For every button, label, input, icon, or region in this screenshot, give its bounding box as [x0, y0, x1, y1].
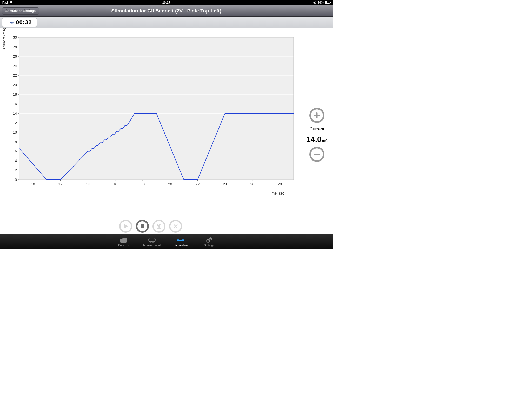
orientation-lock-icon: [313, 1, 316, 5]
page-title: Stimulation for Gil Bennett (2V - Plate …: [0, 8, 332, 14]
svg-text:26: 26: [250, 182, 255, 186]
save-button[interactable]: [152, 220, 165, 233]
svg-text:26: 26: [13, 54, 17, 58]
cancel-button[interactable]: [169, 220, 182, 233]
sub-bar: Time 00:32: [0, 17, 332, 28]
svg-text:12: 12: [13, 121, 17, 125]
svg-text:8: 8: [15, 140, 17, 144]
tab-bar: Patients Measurement Stimulation Setting…: [0, 234, 332, 249]
svg-text:18: 18: [141, 182, 145, 186]
timer-value: 00:32: [16, 19, 32, 26]
svg-text:18: 18: [13, 92, 17, 96]
svg-text:22: 22: [13, 73, 17, 77]
svg-text:28: 28: [278, 182, 282, 186]
svg-text:24: 24: [223, 182, 227, 186]
y-axis-label: Current (mA): [2, 28, 6, 49]
svg-line-97: [207, 239, 207, 240]
chart-container: Current (mA) 024681012141618202224262830…: [0, 28, 301, 234]
svg-rect-4: [19, 37, 294, 180]
svg-rect-88: [178, 240, 183, 241]
tab-label: Settings: [204, 244, 214, 247]
svg-text:10: 10: [13, 130, 17, 134]
svg-text:20: 20: [13, 83, 17, 87]
svg-text:2: 2: [15, 168, 17, 172]
svg-text:28: 28: [13, 45, 17, 49]
wifi-icon: [9, 1, 13, 4]
svg-text:4: 4: [15, 159, 17, 163]
svg-text:12: 12: [58, 182, 63, 186]
svg-line-99: [207, 242, 207, 242]
tab-label: Measurement: [143, 244, 161, 247]
decrease-current-button[interactable]: [309, 147, 324, 162]
nav-bar: Stimulation Settings Stimulation for Gil…: [0, 5, 332, 17]
svg-text:20: 20: [168, 182, 172, 186]
play-button[interactable]: [119, 220, 132, 233]
tab-settings[interactable]: Settings: [195, 234, 223, 249]
transport-controls: [0, 220, 301, 233]
svg-text:0: 0: [15, 178, 17, 182]
battery-icon: [325, 1, 331, 4]
current-label: Current: [310, 127, 324, 132]
tab-label: Stimulation: [174, 244, 188, 247]
svg-text:14: 14: [13, 111, 17, 115]
svg-text:30: 30: [13, 36, 17, 39]
stop-button[interactable]: [136, 220, 149, 233]
tab-measurement[interactable]: Measurement: [138, 234, 166, 249]
main-area: Current (mA) 024681012141618202224262830…: [0, 28, 332, 234]
current-value: 14.0: [306, 135, 321, 143]
svg-text:16: 16: [113, 182, 117, 186]
svg-text:14: 14: [86, 182, 90, 186]
svg-rect-76: [141, 224, 144, 228]
status-time: 10:17: [162, 1, 170, 4]
carrier-label: iPad: [2, 1, 8, 4]
current-value-row: 14.0mA: [306, 135, 327, 143]
svg-marker-75: [124, 224, 128, 228]
side-controls: Current 14.0mA: [301, 28, 332, 234]
battery-pct: 46%: [317, 1, 324, 4]
svg-line-98: [209, 242, 210, 242]
svg-text:10: 10: [31, 182, 35, 186]
timer-label: Time: [7, 21, 14, 25]
tab-stimulation[interactable]: Stimulation: [166, 234, 195, 249]
increase-current-button[interactable]: [309, 108, 324, 123]
svg-point-90: [208, 240, 209, 241]
svg-text:6: 6: [15, 149, 17, 153]
svg-text:22: 22: [196, 182, 200, 186]
svg-text:16: 16: [13, 102, 17, 106]
svg-point-92: [210, 238, 211, 239]
svg-rect-77: [158, 224, 160, 225]
svg-rect-3: [325, 1, 327, 3]
tab-patients[interactable]: Patients: [109, 234, 138, 249]
tab-label: Patients: [118, 244, 129, 247]
status-bar: iPad 10:17 46%: [0, 0, 332, 5]
chart-plot: 0246810121416182022242628301012141618202…: [5, 36, 296, 192]
svg-point-84: [151, 242, 151, 243]
svg-point-85: [153, 242, 154, 243]
timer-box: Time 00:32: [2, 18, 37, 27]
current-unit: mA: [322, 138, 328, 143]
svg-text:24: 24: [13, 64, 17, 68]
svg-line-100: [209, 239, 210, 240]
x-axis-label: Time (sec): [269, 191, 286, 195]
svg-rect-2: [330, 2, 331, 3]
stimulation-settings-button[interactable]: Stimulation Settings: [2, 7, 39, 15]
svg-point-78: [158, 226, 160, 228]
